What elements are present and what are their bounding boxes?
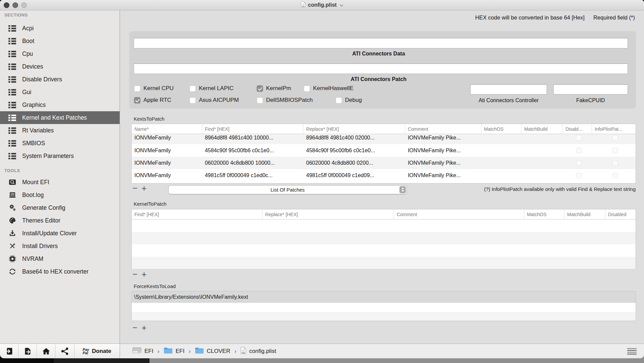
ati-connectors-controller-input[interactable]: [470, 84, 547, 94]
title-bar: config.plist: [0, 0, 644, 10]
breadcrumb-item-clover-folder[interactable]: CLOVER: [195, 347, 230, 356]
infoplistpatch-checkbox[interactable]: [612, 135, 618, 140]
fakecpuid-input[interactable]: [553, 84, 628, 94]
checkbox-icon[interactable]: [304, 85, 310, 92]
infoplistpatch-checkbox[interactable]: [612, 148, 618, 153]
disk-icon: [132, 347, 141, 356]
list-of-patches-dropdown[interactable]: List Of Patches: [168, 185, 407, 194]
sidebar-item-graphics[interactable]: Graphics: [0, 98, 120, 111]
column-header-name[interactable]: Name*: [132, 124, 202, 134]
sidebar-item-kernel-and-kext-patches[interactable]: Kernel and Kext Patches: [0, 111, 120, 124]
sidebar-item-disable-drivers[interactable]: Disable Drivers: [0, 73, 120, 86]
share-button[interactable]: [55, 344, 75, 358]
ati-connectors-patch-input[interactable]: [134, 64, 628, 74]
hex-note: HEX code will be converted in base 64 [H…: [475, 14, 585, 21]
add-row-button[interactable]: +: [141, 185, 146, 192]
tool-item-mount-efi[interactable]: Mount EFI: [0, 176, 120, 189]
column-header-infoplistpatch[interactable]: InfoPlistPat...: [592, 124, 636, 134]
tool-item-themes-editor[interactable]: Themes Editor: [0, 214, 120, 227]
remove-row-button[interactable]: −: [132, 324, 137, 331]
kexts-to-patch-label: KextsToPatch: [134, 116, 165, 122]
sidebar-item-devices[interactable]: Devices: [0, 60, 120, 73]
dellsmbiospatch-checkbox[interactable]: DellSMBIOSPatch: [257, 97, 336, 104]
kernel-table-empty-body[interactable]: [132, 219, 636, 269]
column-header-comment[interactable]: Comment: [394, 209, 524, 219]
download-icon: [8, 229, 18, 237]
checkbox-icon[interactable]: [336, 97, 342, 104]
tool-item-base64-to-hex[interactable]: Base64 to HEX converter: [0, 265, 120, 278]
sidebar-item-cpu[interactable]: Cpu: [0, 47, 120, 60]
window-title-proxy[interactable]: config.plist: [0, 0, 644, 10]
checkbox-checked-icon[interactable]: [134, 97, 140, 104]
checkbox-icon[interactable]: [189, 85, 196, 92]
force-kexts-list: \System\Library/Extensions\IONVMeFamily.…: [131, 291, 636, 321]
column-header-matchbuild[interactable]: MatchBuild: [521, 124, 563, 134]
infoplistpatch-checkbox[interactable]: [612, 160, 618, 166]
remove-row-button[interactable]: −: [132, 271, 137, 278]
add-row-button[interactable]: +: [141, 271, 146, 278]
column-header-replace[interactable]: Replace* [HEX]: [303, 124, 405, 134]
column-header-replace[interactable]: Replace* [HEX]: [262, 209, 394, 219]
checkbox-icon[interactable]: [134, 85, 140, 92]
remove-row-button[interactable]: −: [132, 185, 137, 192]
export-config-button[interactable]: [18, 344, 37, 358]
table-row[interactable]: IONVMeFamily 8964d8f8 4981c400 10000... …: [132, 134, 636, 144]
tool-item-install-update-clover[interactable]: Install/Update Clover: [0, 227, 120, 240]
list-icon: [8, 76, 18, 83]
column-header-matchbuild[interactable]: MatchBuild: [564, 209, 605, 219]
column-header-matchos[interactable]: MatchOS: [481, 124, 522, 134]
kernel-checkbox-row-2: Apple RTC Asus AICPUPM DellSMBIOSPatch D…: [134, 97, 362, 104]
menu-icon[interactable]: [627, 348, 637, 355]
kernel-lapic-checkbox[interactable]: Kernel LAPIC: [189, 85, 257, 92]
disabled-checkbox[interactable]: [576, 148, 582, 153]
sidebar-item-system-parameters[interactable]: System Parameters: [0, 150, 120, 162]
tool-item-nvram[interactable]: NVRAM: [0, 252, 120, 265]
kernel-cpu-checkbox[interactable]: Kernel CPU: [134, 85, 189, 92]
breadcrumb-item-config-plist[interactable]: config.plist: [241, 347, 276, 356]
apple-rtc-checkbox[interactable]: Apple RTC: [134, 97, 189, 104]
list-icon: [8, 115, 18, 121]
main-content: HEX code will be converted in base 64 [H…: [120, 10, 644, 344]
breadcrumb-item-efi-folder[interactable]: EFI: [164, 347, 184, 356]
column-header-disabled[interactable]: Disabl...: [563, 124, 592, 134]
tool-item-install-drivers[interactable]: Install Drivers: [0, 240, 120, 252]
kernelpm-checkbox[interactable]: KernelPm: [257, 85, 304, 92]
checkbox-icon[interactable]: [257, 97, 263, 104]
tool-item-boot-log[interactable]: Boot.log: [0, 189, 120, 201]
import-config-button[interactable]: [0, 344, 18, 358]
column-header-find[interactable]: Find* [HEX]: [202, 124, 304, 134]
kexts-add-remove-controls: − +: [132, 185, 146, 192]
disabled-checkbox[interactable]: [576, 135, 582, 140]
sidebar-item-gui[interactable]: Gui: [0, 86, 120, 98]
checkbox-icon[interactable]: [189, 97, 196, 104]
table-row[interactable]: IONVMeFamily 4981c5ff 0f000049 c1ed0c...…: [132, 169, 636, 182]
home-button[interactable]: [37, 344, 55, 358]
kernel-to-patch-table: Find* [HEX] Replace* [HEX] Comment Match…: [131, 209, 636, 269]
column-header-comment[interactable]: Comment: [405, 124, 481, 134]
table-row[interactable]: IONVMeFamily 06020000 4c8db800 10000... …: [132, 157, 636, 169]
checkbox-checked-icon[interactable]: [257, 85, 263, 92]
list-item[interactable]: \System\Library/Extensions\IONVMeFamily.…: [132, 291, 636, 303]
tools-icon: [8, 242, 18, 250]
sidebar-item-acpi[interactable]: Acpi: [0, 22, 120, 35]
paypal-donate-button[interactable]: PayPal Donate: [75, 344, 119, 358]
breadcrumb-item-disk[interactable]: EFI: [132, 347, 153, 356]
column-header-matchos[interactable]: MatchOS: [524, 209, 564, 219]
ati-connectors-data-input[interactable]: [134, 38, 628, 48]
infoplistpatch-checkbox[interactable]: [612, 173, 618, 178]
table-row[interactable]: IONVMeFamily 4584c90f 95c00fb6 c0c1e0...…: [132, 144, 636, 157]
list-icon: [8, 64, 18, 70]
tool-item-generate-config[interactable]: Generate Config: [0, 201, 120, 214]
disabled-checkbox[interactable]: [576, 173, 582, 178]
sidebar-item-smbios[interactable]: SMBIOS: [0, 137, 120, 150]
column-header-find[interactable]: Find* [HEX]: [132, 209, 262, 219]
kernelhaswelle-checkbox[interactable]: KernelHaswellE: [304, 85, 353, 92]
asus-aicpupm-checkbox[interactable]: Asus AICPUPM: [189, 97, 257, 104]
sidebar-item-rt-variables[interactable]: Rt Variables: [0, 124, 120, 137]
debug-checkbox[interactable]: Debug: [336, 97, 362, 104]
sidebar-item-boot[interactable]: Boot: [0, 35, 120, 47]
column-header-disabled[interactable]: Disabled: [605, 209, 636, 219]
disabled-checkbox[interactable]: [576, 160, 582, 166]
add-row-button[interactable]: +: [141, 324, 146, 331]
list-icon: [8, 25, 18, 32]
